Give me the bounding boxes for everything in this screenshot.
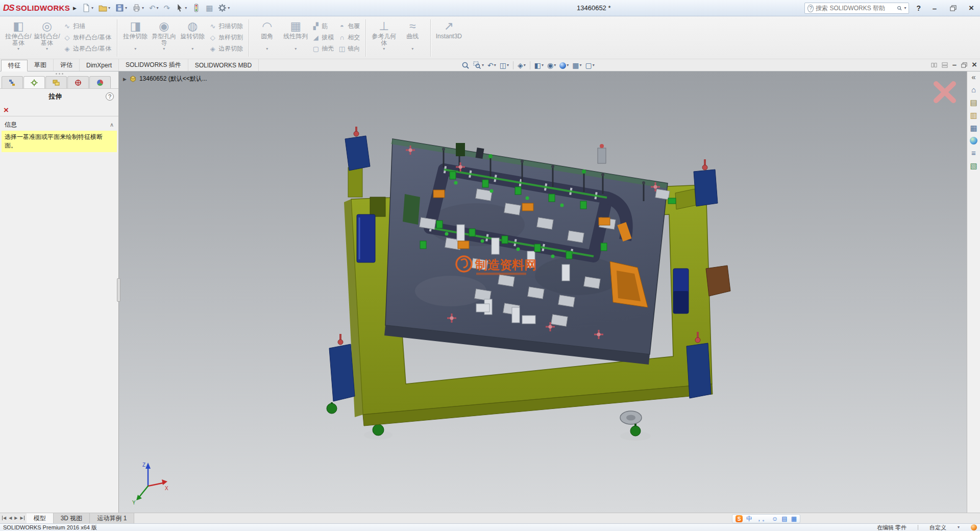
dropdown-caret-icon[interactable] <box>108 6 110 10</box>
linear-pattern-button[interactable]: 线性阵列 <box>281 17 310 59</box>
window-thumbnail-icon[interactable] <box>942 62 948 68</box>
taskpane-collapse-icon[interactable] <box>971 73 975 81</box>
help-button[interactable]: ? <box>914 4 923 12</box>
dropdown-caret-icon[interactable] <box>593 63 595 67</box>
appearances-icon[interactable] <box>970 137 977 144</box>
boundary-cut-button[interactable]: 边界切除 <box>207 43 245 54</box>
forum-icon[interactable] <box>970 162 977 170</box>
flyout-arrow-icon[interactable] <box>73 6 77 11</box>
home-icon[interactable] <box>971 86 976 94</box>
web-help-icon[interactable] <box>971 524 977 530</box>
dropdown-caret-icon[interactable] <box>157 6 159 10</box>
swept-boss-button[interactable]: 扫描 <box>61 21 113 31</box>
dropdown-caret-icon[interactable] <box>228 6 230 10</box>
dropdown-caret-icon[interactable] <box>904 6 906 10</box>
dropdown-caret-icon[interactable] <box>411 47 413 51</box>
view-palette-icon[interactable] <box>970 124 977 132</box>
tab-3d-views[interactable]: 3D 视图 <box>54 513 90 523</box>
dropdown-caret-icon[interactable] <box>580 63 582 67</box>
file-explorer-icon[interactable] <box>970 111 977 119</box>
restore-button[interactable] <box>946 3 960 13</box>
rib-button[interactable]: 筋 <box>310 21 336 31</box>
feature-tree-flyout[interactable]: 13460652 (默认<<默认... <box>123 75 207 83</box>
revolved-cut-button[interactable]: 旋转切除 <box>178 17 207 59</box>
feature-manager-tab[interactable] <box>2 76 23 88</box>
ime-keyboard-icon[interactable] <box>781 515 787 523</box>
dropdown-caret-icon[interactable] <box>554 63 556 67</box>
hole-wizard-button[interactable]: 异型孔向导 <box>150 17 178 59</box>
dropdown-caret-icon[interactable] <box>142 6 144 10</box>
restore-document-button[interactable] <box>961 62 967 68</box>
tab-motion-study[interactable]: 运动算例 1 <box>90 513 134 523</box>
search-scope-icon[interactable] <box>807 5 814 12</box>
customize-menu[interactable]: 自定义 <box>929 524 946 531</box>
nav-last-icon[interactable] <box>20 516 24 521</box>
dropdown-caret-icon[interactable] <box>524 63 526 67</box>
view-orientation-button[interactable] <box>517 60 527 70</box>
custom-properties-icon[interactable] <box>971 149 976 157</box>
zoom-area-button[interactable] <box>472 61 485 69</box>
minimize-button[interactable] <box>928 3 941 13</box>
intersect-button[interactable]: 相交 <box>336 32 362 42</box>
new-document-button[interactable] <box>81 3 94 13</box>
instant3d-button[interactable]: Instant3D <box>434 17 463 59</box>
tab-dimxpert[interactable]: DimXpert <box>80 59 119 71</box>
wrap-button[interactable]: 包覆 <box>336 21 362 31</box>
edit-appearance-button[interactable] <box>558 62 570 69</box>
dropdown-caret-icon[interactable] <box>134 47 136 51</box>
nav-next-icon[interactable] <box>14 516 17 521</box>
sogou-logo[interactable]: S <box>736 515 743 522</box>
lofted-cut-button[interactable]: 放样切割 <box>207 32 245 42</box>
dropdown-caret-icon[interactable] <box>266 47 268 51</box>
dropdown-caret-icon[interactable] <box>507 63 509 67</box>
graphics-viewport[interactable]: 制造资料网 Z X Y <box>119 71 967 513</box>
dropdown-caret-icon[interactable] <box>163 47 165 51</box>
help-icon[interactable]: ? <box>106 92 114 101</box>
section-view-button[interactable] <box>499 60 510 70</box>
draft-button[interactable]: 拔模 <box>310 32 336 42</box>
dimxpert-manager-tab[interactable] <box>67 76 89 88</box>
tab-mbd[interactable]: SOLIDWORKS MBD <box>188 59 259 71</box>
configuration-manager-tab[interactable] <box>45 76 67 88</box>
view-settings-button[interactable] <box>584 60 596 70</box>
dropdown-caret-icon[interactable] <box>46 47 48 51</box>
dropdown-caret-icon[interactable] <box>191 47 193 51</box>
dropdown-caret-icon[interactable] <box>185 6 187 10</box>
shell-button[interactable]: 抽壳 <box>310 43 336 54</box>
search-input[interactable] <box>816 5 895 12</box>
previous-view-button[interactable] <box>486 60 497 70</box>
revolved-boss-button[interactable]: 旋转凸台/基体 <box>33 17 61 59</box>
zoom-fit-button[interactable] <box>460 61 471 69</box>
panel-splitter-handle[interactable] <box>117 278 120 302</box>
redo-button[interactable] <box>163 3 172 13</box>
tab-sketch[interactable]: 草图 <box>28 59 54 71</box>
display-manager-tab[interactable] <box>89 76 111 88</box>
expand-tree-icon[interactable] <box>123 77 127 82</box>
dropdown-caret-icon[interactable] <box>494 63 496 67</box>
design-library-icon[interactable] <box>970 99 977 107</box>
dropdown-caret-icon[interactable] <box>125 6 127 10</box>
ime-mode-button[interactable]: 中 <box>746 515 752 523</box>
undo-button[interactable] <box>148 3 160 13</box>
nav-first-icon[interactable] <box>2 516 6 521</box>
dropdown-caret-icon[interactable] <box>482 63 484 67</box>
dropdown-caret-icon[interactable] <box>17 47 19 51</box>
select-button[interactable] <box>174 3 188 13</box>
dropdown-caret-icon[interactable] <box>383 47 385 51</box>
dropdown-caret-icon[interactable] <box>295 47 297 51</box>
dropdown-caret-icon[interactable] <box>91 6 93 10</box>
boundary-boss-button[interactable]: 边界凸台/基体 <box>61 43 113 54</box>
ime-emoji-icon[interactable] <box>772 515 778 523</box>
file-properties-button[interactable] <box>205 3 214 13</box>
dropdown-caret-icon[interactable] <box>567 63 569 67</box>
extruded-boss-button[interactable]: 拉伸凸台/基体 <box>4 17 33 59</box>
dropdown-caret-icon[interactable] <box>958 525 960 529</box>
tab-features[interactable]: 特征 <box>1 60 28 71</box>
swept-cut-button[interactable]: 扫描切除 <box>207 21 245 31</box>
message-section-header[interactable]: 信息 <box>0 118 118 131</box>
ime-toolbox-icon[interactable] <box>791 515 797 523</box>
panel-resize-grip[interactable] <box>0 71 118 76</box>
lofted-boss-button[interactable]: 放样凸台/基体 <box>61 32 113 42</box>
save-button[interactable] <box>114 3 128 13</box>
nav-prev-icon[interactable] <box>9 516 12 521</box>
